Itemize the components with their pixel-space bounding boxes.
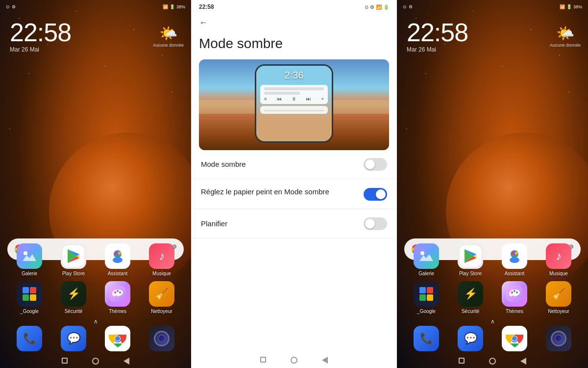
left-music-note-icon: ♪ xyxy=(159,249,165,263)
wallpaper-label: Réglez le papier peint en Mode sombre xyxy=(201,187,337,197)
right-weather-widget: 🌤️ Aucune donnée xyxy=(550,25,581,48)
right-dock-messages[interactable]: 💬 xyxy=(453,326,488,353)
left-weather-icon: 🌤️ xyxy=(159,25,177,42)
left-musique-icon: ♪ xyxy=(149,243,174,269)
right-nav-chevron: ∧ xyxy=(490,318,495,325)
right-app-google[interactable]: _Google xyxy=(409,281,443,314)
right-app-securite[interactable]: ⚡ Sécurité xyxy=(453,281,488,314)
svg-point-10 xyxy=(118,252,121,255)
left-broom-icon: 🧹 xyxy=(155,288,169,300)
left-dock-camera[interactable] xyxy=(145,326,179,353)
right-weather-icon: 🌤️ xyxy=(556,25,574,42)
left-battery-icon: 🔋 xyxy=(170,4,175,9)
left-status-left: ⊙ ⚙ xyxy=(6,4,16,9)
planifier-toggle[interactable] xyxy=(364,217,387,230)
left-app-themes[interactable]: Thèmes xyxy=(100,281,135,314)
right-phone-panel: ⊙ ⚙ 📶 🔋 38% 22:58 Mar 26 Mai 🌤️ Aucune d… xyxy=(397,0,588,368)
left-nav-buttons xyxy=(0,358,191,366)
left-app-assistant[interactable]: Assistant xyxy=(100,243,135,276)
left-g3 xyxy=(23,294,29,301)
left-dock-messages[interactable]: 💬 xyxy=(56,326,91,353)
left-themes-label: Thèmes xyxy=(109,309,126,314)
mid-location-icon: ⊙ xyxy=(365,4,368,10)
left-securite-icon: ⚡ xyxy=(61,281,86,307)
right-app-playstore[interactable]: Play Store xyxy=(453,243,488,276)
right-nav-square[interactable] xyxy=(459,358,465,364)
mid-nav-square[interactable] xyxy=(260,357,266,363)
left-camera-icon xyxy=(149,326,174,351)
left-playstore-label: Play Store xyxy=(62,271,85,276)
left-nav-square[interactable] xyxy=(62,358,68,364)
right-google-icon xyxy=(414,281,439,307)
left-app-nettoyeur[interactable]: 🧹 Nettoyeur xyxy=(145,281,179,314)
prev-ctrl-pause: ⏸ xyxy=(292,96,296,102)
left-g2 xyxy=(30,287,36,293)
left-clock-date: Mar 26 Mai xyxy=(10,46,71,53)
settings-list: Mode sombre Réglez le papier peint en Mo… xyxy=(191,150,397,368)
right-app-themes[interactable]: Thèmes xyxy=(497,281,532,314)
left-nav-chevron: ∧ xyxy=(94,318,98,325)
mode-sombre-toggle[interactable] xyxy=(364,158,387,171)
right-battery-icon: 🔋 xyxy=(566,4,572,9)
left-app-row-1: Galerie Play Store xyxy=(7,243,184,276)
right-dock-chrome[interactable] xyxy=(497,326,532,353)
svg-point-33 xyxy=(510,257,519,263)
left-dock-chrome[interactable] xyxy=(100,326,135,353)
settings-item-mode-sombre: Mode sombre xyxy=(191,150,397,179)
back-arrow-button[interactable]: ← xyxy=(199,18,208,28)
right-g2 xyxy=(427,287,433,293)
right-dock-phone[interactable]: 📞 xyxy=(409,326,443,353)
right-clock-time: 22:58 xyxy=(407,20,468,45)
prev-ctrl-next: ⏭ xyxy=(306,96,311,102)
mid-settings-icon: ⚙ xyxy=(370,4,374,10)
preview-player-controls: ≡ ⏮ ⏸ ⏭ + xyxy=(264,96,324,102)
right-nav-back[interactable] xyxy=(520,358,526,365)
left-nav-circle[interactable] xyxy=(92,358,99,365)
right-themes-icon xyxy=(502,281,527,307)
right-nav-buttons xyxy=(397,358,588,366)
preview-phone-screen: 2:36 ≡ ⏮ ⏸ ⏭ + xyxy=(256,66,332,141)
prev-ctrl-hamburger: ≡ xyxy=(264,96,267,102)
left-assistant-label: Assistant xyxy=(108,271,128,276)
right-app-row-1: Galerie Play Store xyxy=(404,243,581,276)
left-app-playstore[interactable]: Play Store xyxy=(56,243,91,276)
right-status-left: ⊙ ⚙ xyxy=(403,4,413,9)
left-app-musique[interactable]: ♪ Musique xyxy=(145,243,179,276)
right-app-nettoyeur[interactable]: 🧹 Nettoyeur xyxy=(541,281,576,314)
svg-point-41 xyxy=(512,336,517,341)
right-musique-icon: ♪ xyxy=(546,243,571,269)
preview-notif-bar-1 xyxy=(264,87,324,90)
svg-point-37 xyxy=(516,291,518,293)
left-dock-phone[interactable]: 📞 xyxy=(12,326,47,353)
left-app-galerie[interactable]: Galerie xyxy=(12,243,47,276)
right-nettoyeur-icon: 🧹 xyxy=(546,281,571,307)
left-clock-area: 22:58 Mar 26 Mai xyxy=(10,20,71,53)
right-dock: 📞 💬 xyxy=(397,326,588,358)
left-themes-icon xyxy=(105,281,130,307)
right-signal-icon: 📶 xyxy=(560,4,565,9)
left-dock-row: 📞 💬 xyxy=(7,326,184,353)
left-app-row-2: _Google ⚡ Sécurité xyxy=(7,281,184,314)
mid-status-time: 22:58 xyxy=(199,3,214,10)
mid-nav-back[interactable] xyxy=(322,357,328,364)
right-app-assistant[interactable]: Assistant xyxy=(497,243,532,276)
left-app-google[interactable]: _Google xyxy=(12,281,47,314)
left-securite-label: Sécurité xyxy=(65,309,83,314)
right-clock-date: Mar 26 Mai xyxy=(407,46,468,53)
mid-status-bar: 22:58 ⊙ ⚙ 📶 🔋 xyxy=(191,0,397,14)
right-app-galerie[interactable]: Galerie xyxy=(409,243,443,276)
right-app-musique[interactable]: ♪ Musique xyxy=(541,243,576,276)
right-nav-circle[interactable] xyxy=(489,358,496,365)
right-camera-icon xyxy=(546,326,571,351)
mid-nav-circle[interactable] xyxy=(291,357,297,364)
planifier-label: Planifier xyxy=(201,219,227,229)
right-phone-glyph: 📞 xyxy=(420,332,433,345)
left-nav-back[interactable] xyxy=(123,358,129,365)
svg-point-2 xyxy=(24,251,27,255)
wallpaper-toggle[interactable] xyxy=(364,188,387,201)
mid-header: ← xyxy=(191,14,397,32)
right-messages-icon: 💬 xyxy=(458,326,483,351)
left-app-securite[interactable]: ⚡ Sécurité xyxy=(56,281,91,314)
right-dock-camera[interactable] xyxy=(541,326,576,353)
left-msg-glyph: 💬 xyxy=(67,332,80,345)
